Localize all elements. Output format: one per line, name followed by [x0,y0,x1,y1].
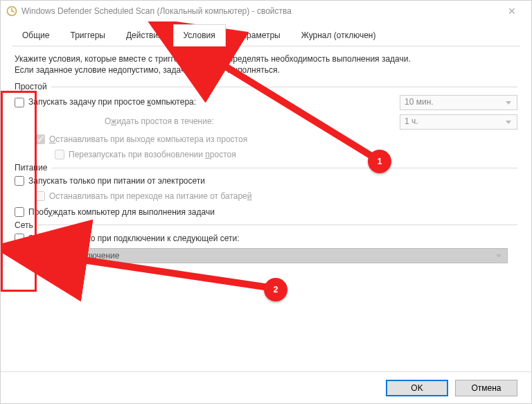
group-network: Сеть Запускать только при подключении к … [15,220,517,265]
select-idle-duration[interactable]: 1 ч. [400,114,517,130]
label-idle-stop: Останавливать при выходе компьютера из п… [49,134,247,145]
titlebar: Windows Defender Scheduled Scan (Локальн… [1,1,531,21]
tab-conditions[interactable]: Условия [173,24,226,46]
checkbox-idle-stop [35,134,45,144]
conditions-panel: Укажите условия, которые вместе с тригге… [12,46,520,274]
tab-actions[interactable]: Действия [116,24,173,46]
label-power-wake: Пробуждать компьютер для выполнения зада… [28,207,215,218]
checkbox-idle-restart [55,150,64,159]
row-idle-stop: Останавливать при выходе компьютера из п… [15,132,517,147]
checkbox-network-start[interactable] [15,234,24,243]
cancel-button[interactable]: Отмена [455,380,517,396]
clock-icon [6,6,17,17]
label-power-ac: Запускать только при питании от электрос… [28,175,205,186]
label-idle-start: Запускать задачу при простое компьютера: [28,96,196,107]
dialog-window: Windows Defender Scheduled Scan (Локальн… [0,0,532,404]
checkbox-power-ac[interactable] [15,176,24,186]
svg-line-2 [12,11,14,12]
row-idle-restart: Перезапускать при возобновлении простоя [15,147,517,162]
description-text: Укажите условия, которые вместе с тригге… [15,53,517,76]
tab-settings[interactable]: Параметры [226,24,291,46]
dialog-footer: OK Отмена [1,371,531,403]
row-idle-wait: Ожидать простоя в течение: 1 ч. [15,112,517,132]
row-power-ac: Запускать только при питании от электрос… [15,173,517,188]
tab-general[interactable]: Общие [12,24,60,46]
ok-button[interactable]: OK [386,380,448,396]
checkbox-power-stop-batt [35,191,45,201]
row-network-start: Запускать только при подключении к следу… [15,231,517,246]
tabstrip: Общие Триггеры Действия Условия Параметр… [12,24,520,46]
tab-history[interactable]: Журнал (отключен) [291,24,387,46]
row-power-stop-batt: Останавливать при переходе на питание от… [15,188,517,204]
label-power-stop-batt: Останавливать при переходе на питание от… [49,191,252,202]
row-idle-start: Запускать задачу при простое компьютера:… [15,93,517,112]
close-icon[interactable]: ✕ [498,6,526,17]
tab-triggers[interactable]: Триггеры [60,24,116,46]
group-idle: Простой Запускать задачу при простое ком… [15,81,517,162]
group-network-title: Сеть [15,220,517,231]
label-idle-restart: Перезапускать при возобновлении простоя [69,149,236,160]
select-network-connection[interactable]: Любое подключение [35,248,508,263]
window-title: Windows Defender Scheduled Scan (Локальн… [21,6,498,16]
callout-2: 2 [264,278,287,301]
group-power-title: Питание [15,162,517,173]
row-network-select: Любое подключение [15,246,517,265]
select-idle-wait[interactable]: 10 мин. [400,95,517,110]
group-idle-title: Простой [15,81,517,92]
row-power-wake: Пробуждать компьютер для выполнения зада… [15,204,517,220]
checkbox-power-wake[interactable] [15,207,24,217]
group-power: Питание Запускать только при питании от … [15,162,517,220]
content-area: Общие Триггеры Действия Условия Параметр… [1,21,531,371]
label-network-start: Запускать только при подключении к следу… [28,233,240,244]
checkbox-idle-start[interactable] [15,98,24,107]
label-idle-wait: Ожидать простоя в течение: [35,116,214,127]
